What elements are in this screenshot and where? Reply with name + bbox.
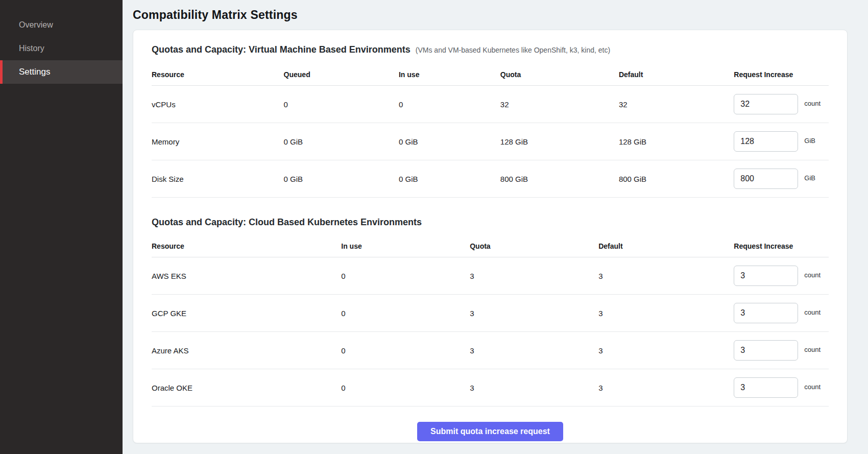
col-header-resource: Resource <box>152 242 341 250</box>
sidebar-item-overview[interactable]: Overview <box>0 13 123 37</box>
table-row-oracle-oke: Oracle OKE 0 3 3 count <box>152 369 829 407</box>
unit-label: count <box>804 100 821 107</box>
queued-value: 0 GiB <box>284 137 399 146</box>
unit-label: GiB <box>804 137 815 145</box>
col-header-default: Default <box>598 242 734 250</box>
vcpus-request-input[interactable] <box>734 94 798 114</box>
quota-value: 3 <box>470 309 598 318</box>
col-header-default: Default <box>619 70 734 79</box>
in-use-value: 0 <box>341 346 470 355</box>
resource-label: vCPUs <box>152 100 284 109</box>
default-value: 128 GiB <box>619 137 734 146</box>
aws-eks-request-input[interactable] <box>734 266 798 286</box>
col-header-quota: Quota <box>470 242 598 250</box>
default-value: 800 GiB <box>619 175 734 183</box>
unit-label: count <box>804 271 821 279</box>
cloud-section-title: Quotas and Capacity: Cloud Based Kuberne… <box>152 217 422 228</box>
request-increase-cell: count <box>734 340 829 361</box>
default-value: 32 <box>619 100 734 109</box>
submit-quota-increase-button[interactable]: Submit quota increase request <box>417 422 563 441</box>
col-header-in-use: In use <box>399 70 500 79</box>
resource-label: Oracle OKE <box>152 384 341 392</box>
page-title: Compatibility Matrix Settings <box>133 8 848 22</box>
quota-value: 3 <box>470 346 598 355</box>
sidebar-item-settings[interactable]: Settings <box>0 60 123 84</box>
vm-table-header-row: Resource Queued In use Quota Default Req… <box>152 63 829 86</box>
col-header-request-increase: Request Increase <box>734 70 829 79</box>
table-row-aws-eks: AWS EKS 0 3 3 count <box>152 257 829 295</box>
col-header-quota: Quota <box>500 70 619 79</box>
request-increase-cell: count <box>734 377 829 398</box>
in-use-value: 0 <box>399 100 500 109</box>
cloud-quota-table: Resource In use Quota Default Request In… <box>152 235 829 407</box>
vm-section-subtitle: (VMs and VM-based Kubernetes like OpenSh… <box>416 46 610 54</box>
quota-value: 3 <box>470 384 598 392</box>
request-increase-cell: count <box>734 303 829 323</box>
unit-label: count <box>804 308 821 316</box>
quota-value: 3 <box>470 272 598 280</box>
gcp-gke-request-input[interactable] <box>734 303 798 323</box>
in-use-value: 0 <box>341 384 470 392</box>
col-header-queued: Queued <box>284 70 399 79</box>
table-row-vcpus: vCPUs 0 0 32 32 count <box>152 86 829 123</box>
quota-value: 32 <box>500 100 619 109</box>
resource-label: AWS EKS <box>152 272 341 280</box>
default-value: 3 <box>598 272 734 280</box>
settings-card: Quotas and Capacity: Virtual Machine Bas… <box>133 30 848 443</box>
unit-label: count <box>804 383 821 391</box>
vm-quota-table: Resource Queued In use Quota Default Req… <box>152 63 829 198</box>
azure-aks-request-input[interactable] <box>734 340 798 361</box>
cloud-section-heading: Quotas and Capacity: Cloud Based Kuberne… <box>152 217 829 228</box>
oracle-oke-request-input[interactable] <box>734 377 798 398</box>
quota-value: 128 GiB <box>500 137 619 146</box>
cloud-table-header-row: Resource In use Quota Default Request In… <box>152 235 829 257</box>
main-content: Compatibility Matrix Settings Quotas and… <box>123 0 868 454</box>
request-increase-cell: count <box>734 266 829 286</box>
default-value: 3 <box>598 346 734 355</box>
vm-section-heading: Quotas and Capacity: Virtual Machine Bas… <box>152 44 829 55</box>
in-use-value: 0 <box>341 272 470 280</box>
vm-section-title: Quotas and Capacity: Virtual Machine Bas… <box>152 44 411 55</box>
sidebar: Overview History Settings <box>0 0 123 454</box>
col-header-in-use: In use <box>341 242 470 250</box>
quota-value: 800 GiB <box>500 175 619 183</box>
unit-label: GiB <box>804 174 815 182</box>
default-value: 3 <box>598 384 734 392</box>
queued-value: 0 <box>284 100 399 109</box>
request-increase-cell: GiB <box>734 131 829 152</box>
resource-label: Disk Size <box>152 175 284 183</box>
table-row-memory: Memory 0 GiB 0 GiB 128 GiB 128 GiB GiB <box>152 123 829 160</box>
resource-label: GCP GKE <box>152 309 341 318</box>
request-increase-cell: count <box>734 94 829 114</box>
table-row-disk-size: Disk Size 0 GiB 0 GiB 800 GiB 800 GiB Gi… <box>152 160 829 198</box>
table-row-gcp-gke: GCP GKE 0 3 3 count <box>152 295 829 332</box>
memory-request-input[interactable] <box>734 131 798 152</box>
in-use-value: 0 GiB <box>399 175 500 183</box>
col-header-resource: Resource <box>152 70 284 79</box>
resource-label: Azure AKS <box>152 346 341 355</box>
queued-value: 0 GiB <box>284 175 399 183</box>
request-increase-cell: GiB <box>734 169 829 189</box>
resource-label: Memory <box>152 137 284 146</box>
disk-size-request-input[interactable] <box>734 169 798 189</box>
sidebar-item-history[interactable]: History <box>0 37 123 60</box>
table-row-azure-aks: Azure AKS 0 3 3 count <box>152 332 829 369</box>
col-header-request-increase: Request Increase <box>734 242 829 250</box>
submit-row: Submit quota increase request <box>152 422 829 441</box>
unit-label: count <box>804 346 821 353</box>
in-use-value: 0 GiB <box>399 137 500 146</box>
default-value: 3 <box>598 309 734 318</box>
in-use-value: 0 <box>341 309 470 318</box>
